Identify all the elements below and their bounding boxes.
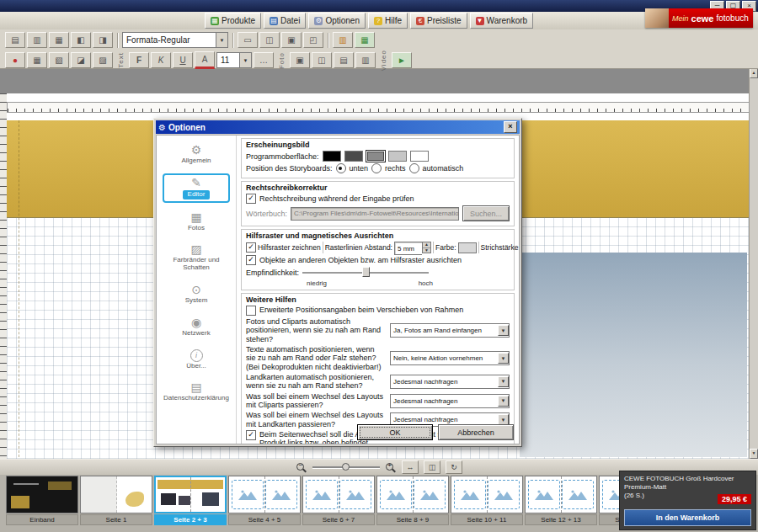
thumbnail-einband[interactable]: Einband (6, 476, 78, 525)
draw-grid-checkbox[interactable] (246, 242, 256, 253)
layout-icon-1[interactable]: ▤ (5, 32, 25, 48)
thumbnail-image[interactable] (451, 476, 523, 513)
layout-icon-5[interactable]: ◨ (93, 32, 113, 48)
thumbnail-seite-1[interactable]: Seite 1 (80, 476, 152, 525)
menu-warenkorb[interactable]: ▼ Warenkorb (470, 13, 534, 29)
photo-icon-2[interactable]: ◫ (312, 52, 332, 68)
photo-icon-1[interactable]: ▣ (290, 52, 310, 68)
grid-spacing-stepper[interactable]: 5 mm ▲▼ (394, 242, 431, 253)
layout-icon-3[interactable]: ▦ (49, 32, 69, 48)
chevron-down-icon[interactable]: ▼ (216, 33, 227, 47)
thumbnail-label[interactable]: Einband (6, 514, 78, 525)
font-color-button[interactable]: A (195, 51, 215, 69)
frame-icon-3[interactable]: ▣ (281, 32, 302, 48)
thumbnail-label[interactable]: Seite 1 (80, 514, 152, 525)
chevron-down-icon[interactable]: ▼ (498, 325, 509, 336)
thumbnail-seite-6-7[interactable]: Seite 6 + 7 (302, 476, 375, 525)
thumbnail-label[interactable]: Seite 10 + 11 (451, 514, 523, 525)
video-icon[interactable]: ► (392, 52, 412, 68)
sidebar-item-editor[interactable]: ✎ Editor (163, 173, 230, 203)
menu-optionen[interactable]: ⚙ Optionen (308, 13, 366, 29)
dictionary-path-field[interactable]: C:\Program Files\dm\dm-Fotowelt\Resource… (291, 207, 459, 221)
thumbnail-label[interactable]: Seite 2 + 3 (154, 514, 227, 525)
theme-swatch-3-selected[interactable] (366, 151, 385, 162)
underline-button[interactable]: U (173, 52, 193, 68)
stepper-arrows[interactable]: ▲▼ (422, 242, 431, 253)
zoom-slider[interactable] (312, 462, 380, 472)
sidebar-item-datenschutz[interactable]: ▤ Datenschutzerklärung (163, 378, 230, 406)
zoom-in-icon[interactable]: + (385, 462, 397, 473)
dialog-close-icon[interactable]: × (504, 121, 517, 133)
layout-cliparts-select[interactable]: Jedesmal nachfragen ▼ (390, 394, 510, 408)
thumbnail-image[interactable] (154, 476, 227, 513)
thumbnail-label[interactable]: Seite 4 + 5 (228, 514, 301, 525)
more-format-button[interactable]: … (254, 52, 274, 68)
thumbnail-seite-4-5[interactable]: Seite 4 + 5 (228, 476, 301, 525)
sidebar-item-allgemein[interactable]: ⚙ Allgemein (163, 141, 230, 168)
extended-position-checkbox[interactable] (246, 306, 256, 316)
chevron-down-icon[interactable]: ▼ (498, 376, 509, 387)
texts-snap-select[interactable]: Nein, keine Aktion vornehmen ▼ (390, 351, 510, 365)
spread-view-button[interactable]: ◫ (424, 460, 440, 474)
thumbnail-image[interactable] (6, 476, 78, 513)
thumbnail-image[interactable] (525, 476, 597, 513)
grid-color-swatch[interactable] (458, 242, 477, 253)
tool-icon-4[interactable]: ◪ (71, 52, 91, 68)
tool-icon-2[interactable]: ▦ (27, 52, 47, 68)
bold-button[interactable]: F (129, 52, 149, 68)
chevron-down-icon[interactable]: ▼ (239, 53, 251, 67)
tool-icon-5[interactable]: ▨ (93, 52, 113, 68)
rotate-view-button[interactable]: ↻ (446, 460, 462, 474)
sensitivity-slider[interactable] (302, 267, 429, 278)
dialog-titlebar[interactable]: ⚙ Optionen × (156, 120, 520, 134)
menu-preisliste[interactable]: € Preisliste (410, 13, 467, 29)
chevron-down-icon[interactable]: ▼ (498, 353, 509, 364)
thumbnail-image[interactable] (228, 476, 301, 513)
radio-rechts[interactable] (371, 163, 382, 173)
page-photo[interactable] (520, 253, 747, 457)
add-to-cart-button[interactable]: In den Warenkorb (624, 509, 751, 526)
spellcheck-checkbox[interactable] (246, 194, 256, 204)
sidebar-item-netzwerk[interactable]: ◉ Netzwerk (163, 313, 230, 341)
sidebar-item-system[interactable]: ⊙ System (163, 280, 230, 308)
thumbnail-seite-2-3-selected[interactable]: Seite 2 + 3 (154, 476, 227, 525)
chevron-down-icon[interactable]: ▼ (498, 396, 509, 407)
theme-swatch-1[interactable] (323, 151, 341, 162)
thumbnail-image[interactable] (80, 476, 152, 513)
font-size-select[interactable]: 11 ▼ (216, 52, 252, 68)
photos-snap-select[interactable]: Ja, Fotos am Rand einfangen ▼ (390, 323, 510, 338)
thumbnail-image[interactable] (302, 476, 375, 513)
thumbnail-seite-10-11[interactable]: Seite 10 + 11 (451, 476, 523, 525)
sidebar-item-fotos[interactable]: ▦ Fotos (163, 208, 230, 236)
frame-icon-1[interactable]: ▭ (238, 32, 258, 48)
vertical-scrollbar[interactable]: ▲ ▼ (749, 68, 758, 459)
sidebar-item-ueber[interactable]: i Über... (163, 346, 230, 374)
scroll-up-icon[interactable]: ▲ (750, 68, 758, 78)
theme-swatch-2[interactable] (344, 151, 363, 162)
photo-icon-4[interactable]: ▥ (355, 52, 376, 68)
tool-icon-3[interactable]: ▧ (49, 52, 69, 68)
page-change-layout-checkbox[interactable] (246, 430, 256, 440)
maps-snap-select[interactable]: Jedesmal nachfragen ▼ (390, 375, 510, 389)
menu-datei[interactable]: ▤ Datei (264, 13, 306, 29)
theme-swatch-5[interactable] (410, 151, 429, 162)
snap-objects-checkbox[interactable] (246, 255, 256, 265)
film-icon[interactable]: ▦ (355, 32, 375, 48)
ok-button[interactable]: OK (357, 424, 433, 440)
photo-icon-3[interactable]: ▤ (334, 52, 354, 68)
menu-hilfe[interactable]: ? Hilfe (368, 13, 408, 29)
scroll-down-icon[interactable]: ▼ (750, 449, 758, 459)
sidebar-item-farbraender[interactable]: ▨ Farbränder und Schatten (163, 240, 230, 275)
thumbnail-label[interactable]: Seite 6 + 7 (302, 514, 375, 525)
radio-automatisch[interactable] (409, 163, 419, 173)
zoom-slider-thumb[interactable] (342, 463, 350, 471)
radio-unten[interactable] (336, 163, 346, 173)
fit-view-button[interactable]: ↔ (402, 460, 419, 474)
frame-icon-4[interactable]: ◰ (303, 32, 323, 48)
search-dictionary-button[interactable]: Suchen... (462, 205, 510, 221)
font-family-select[interactable]: Formata-Regular ▼ (122, 32, 228, 48)
record-icon[interactable]: ● (5, 52, 25, 68)
layout-icon-4[interactable]: ◧ (71, 32, 91, 48)
thumbnail-seite-12-13[interactable]: Seite 12 + 13 (525, 476, 597, 525)
frame-icon-2[interactable]: ◫ (259, 32, 280, 48)
